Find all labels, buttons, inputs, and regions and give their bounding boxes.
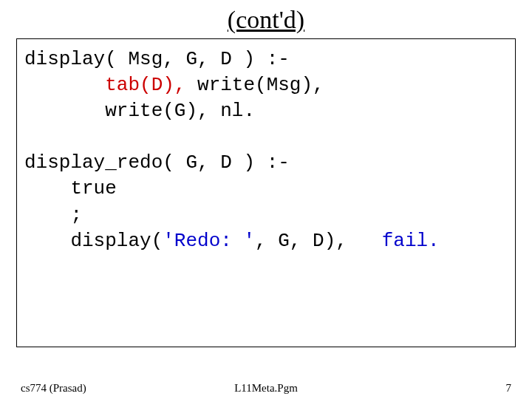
footer-center: L11Meta.Pgm	[234, 382, 298, 395]
code-line-5: true	[24, 176, 508, 202]
write-msg: write(Msg),	[197, 74, 324, 96]
tab-call: tab(D),	[24, 74, 197, 96]
code-line-4: display_redo( G, D ) :-	[24, 150, 508, 176]
slide-title: (cont'd)	[0, 6, 532, 34]
code-blank-1	[24, 124, 508, 150]
code-line-6: ;	[24, 202, 508, 228]
footer-right: 7	[506, 382, 512, 395]
slide-root: (cont'd) display( Msg, G, D ) :- tab(D),…	[0, 6, 532, 399]
code-line-2: tab(D), write(Msg),	[24, 72, 508, 98]
code-line-3: write(G), nl.	[24, 98, 508, 124]
fail-literal: fail.	[382, 230, 440, 252]
display-call-rest: , G, D),	[255, 230, 382, 252]
redo-literal: 'Redo: '	[163, 230, 255, 252]
footer-left: cs774 (Prasad)	[21, 382, 86, 395]
code-line-1: display( Msg, G, D ) :-	[24, 47, 508, 72]
code-box: display( Msg, G, D ) :- tab(D), write(Ms…	[16, 38, 516, 347]
display-call-head: display(	[24, 230, 163, 252]
code-line-7: display('Redo: ', G, D), fail.	[24, 228, 508, 254]
